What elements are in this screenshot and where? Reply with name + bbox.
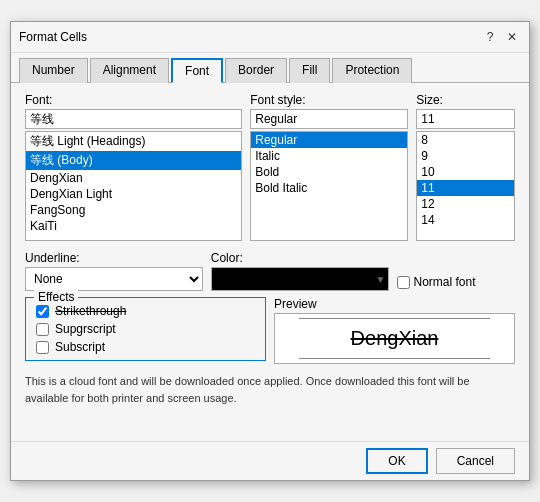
style-label: Font style:	[250, 93, 408, 107]
style-column: Font style: Regular Italic Bold Bold Ita…	[250, 93, 408, 241]
size-item-5[interactable]: 14	[417, 212, 514, 228]
style-item-3[interactable]: Bold Italic	[251, 180, 407, 196]
tab-fill[interactable]: Fill	[289, 58, 330, 83]
normal-font-label: Normal font	[414, 275, 476, 289]
style-item-1[interactable]: Italic	[251, 148, 407, 164]
preview-text: DengXian	[279, 319, 510, 358]
tab-protection[interactable]: Protection	[332, 58, 412, 83]
size-item-0[interactable]: 8	[417, 132, 514, 148]
dialog-title: Format Cells	[19, 30, 87, 44]
font-item-4[interactable]: FangSong	[26, 202, 241, 218]
size-item-3[interactable]: 11	[417, 180, 514, 196]
underline-select[interactable]: None	[25, 267, 203, 291]
tab-font[interactable]: Font	[171, 58, 223, 83]
size-label: Size:	[416, 93, 515, 107]
dialog-content: Font: 等线 Light (Headings) 等线 (Body) Deng…	[11, 83, 529, 441]
preview-inner: DengXian	[279, 318, 510, 359]
title-bar: Format Cells ? ✕	[11, 22, 529, 53]
subscript-checkbox[interactable]	[36, 341, 49, 354]
dialog-footer: OK Cancel	[11, 441, 529, 480]
effects-section: Effects Strikethrough Supgrscript Subscr…	[25, 297, 266, 369]
color-label: Color:	[211, 251, 389, 265]
size-item-2[interactable]: 10	[417, 164, 514, 180]
font-input[interactable]	[25, 109, 242, 129]
tab-border[interactable]: Border	[225, 58, 287, 83]
preview-section: Preview DengXian	[274, 297, 515, 369]
color-dropdown-icon[interactable]: ▼	[376, 274, 386, 285]
underline-column: Underline: None	[25, 251, 203, 291]
font-item-3[interactable]: DengXian Light	[26, 186, 241, 202]
tabs-bar: Number Alignment Font Border Fill Protec…	[11, 53, 529, 83]
font-item-2[interactable]: DengXian	[26, 170, 241, 186]
style-item-0[interactable]: Regular	[251, 132, 407, 148]
size-input[interactable]	[416, 109, 515, 129]
info-text: This is a cloud font and will be downloa…	[25, 373, 515, 406]
font-item-1[interactable]: 等线 (Body)	[26, 151, 241, 170]
font-listbox[interactable]: 等线 Light (Headings) 等线 (Body) DengXian D…	[25, 131, 242, 241]
superscript-label: Supgrscript	[55, 322, 116, 336]
font-label: Font:	[25, 93, 242, 107]
ok-button[interactable]: OK	[366, 448, 427, 474]
style-input[interactable]	[250, 109, 408, 129]
effects-label: Effects	[34, 290, 78, 304]
superscript-row: Supgrscript	[36, 322, 255, 336]
tab-number[interactable]: Number	[19, 58, 88, 83]
color-selector[interactable]: ▼	[211, 267, 389, 291]
close-button[interactable]: ✕	[503, 28, 521, 46]
normal-font-checkbox[interactable]	[397, 276, 410, 289]
font-item-0[interactable]: 等线 Light (Headings)	[26, 132, 241, 151]
effects-preview-split: Effects Strikethrough Supgrscript Subscr…	[25, 297, 515, 369]
font-item-5[interactable]: KaiTi	[26, 218, 241, 234]
strikethrough-checkbox[interactable]	[36, 305, 49, 318]
strikethrough-label: Strikethrough	[55, 304, 126, 318]
cancel-button[interactable]: Cancel	[436, 448, 515, 474]
format-cells-dialog: Format Cells ? ✕ Number Alignment Font B…	[10, 21, 530, 481]
style-item-2[interactable]: Bold	[251, 164, 407, 180]
color-column: Color: ▼	[211, 251, 389, 291]
preview-label: Preview	[274, 297, 515, 311]
style-listbox[interactable]: Regular Italic Bold Bold Italic	[250, 131, 408, 241]
preview-bottom-line	[299, 358, 490, 359]
superscript-checkbox[interactable]	[36, 323, 49, 336]
underline-color-row: Underline: None Color: ▼ Normal font	[25, 251, 515, 291]
subscript-label: Subscript	[55, 340, 105, 354]
underline-label: Underline:	[25, 251, 203, 265]
help-button[interactable]: ?	[481, 28, 499, 46]
effects-box: Effects Strikethrough Supgrscript Subscr…	[25, 297, 266, 361]
font-column: Font: 等线 Light (Headings) 等线 (Body) Deng…	[25, 93, 242, 241]
title-bar-controls: ? ✕	[481, 28, 521, 46]
strikethrough-row: Strikethrough	[36, 304, 255, 318]
size-column: Size: 8 9 10 11 12 14	[416, 93, 515, 241]
size-item-4[interactable]: 12	[417, 196, 514, 212]
preview-box: DengXian	[274, 313, 515, 364]
normal-font-column: Normal font	[397, 275, 516, 291]
tab-alignment[interactable]: Alignment	[90, 58, 169, 83]
size-listbox[interactable]: 8 9 10 11 12 14	[416, 131, 515, 241]
font-style-size-row: Font: 等线 Light (Headings) 等线 (Body) Deng…	[25, 93, 515, 241]
subscript-row: Subscript	[36, 340, 255, 354]
size-item-1[interactable]: 9	[417, 148, 514, 164]
